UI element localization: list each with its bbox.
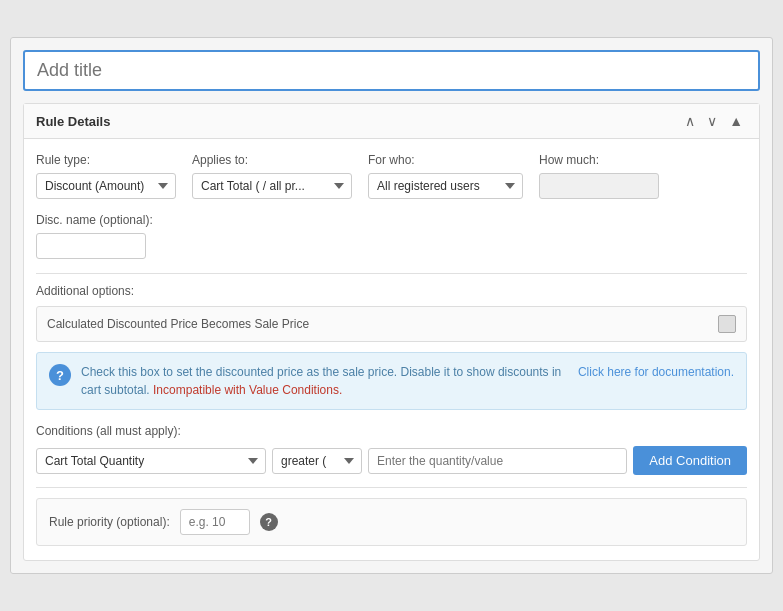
panel-up-button[interactable]: ∧ <box>681 112 699 130</box>
applies-to-select[interactable]: Cart Total ( / all pr... <box>192 173 352 199</box>
condition-value-input[interactable] <box>368 448 627 474</box>
for-who-select[interactable]: All registered users <box>368 173 523 199</box>
main-container: Rule Details ∧ ∨ ▲ Rule type: Discount (… <box>10 37 773 574</box>
applies-to-group: Applies to: Cart Total ( / all pr... <box>192 153 352 199</box>
priority-label: Rule priority (optional): <box>49 515 170 529</box>
add-condition-button[interactable]: Add Condition <box>633 446 747 475</box>
title-input[interactable] <box>23 50 760 91</box>
how-much-group: How much: <box>539 153 659 199</box>
checkbox-row[interactable]: Calculated Discounted Price Becomes Sale… <box>36 306 747 342</box>
divider-2 <box>36 487 747 488</box>
disc-name-input[interactable] <box>36 233 146 259</box>
panel-expand-button[interactable]: ▲ <box>725 112 747 130</box>
disc-name-label: Disc. name (optional): <box>36 213 153 227</box>
disc-name-group: Disc. name (optional): <box>36 213 153 259</box>
info-box: ? Check this box to set the discounted p… <box>36 352 747 410</box>
info-text: Check this box to set the discounted pri… <box>81 363 568 399</box>
info-text-incompatible: Incompatible with Value Conditions. <box>150 383 343 397</box>
for-who-label: For who: <box>368 153 523 167</box>
how-much-label: How much: <box>539 153 659 167</box>
additional-options-label: Additional options: <box>36 284 747 298</box>
panel-title: Rule Details <box>36 114 110 129</box>
rule-details-panel: Rule Details ∧ ∨ ▲ Rule type: Discount (… <box>23 103 760 561</box>
panel-down-button[interactable]: ∨ <box>703 112 721 130</box>
rule-type-row: Rule type: Discount (Amount) Applies to:… <box>36 153 747 199</box>
checkbox-label-text: Calculated Discounted Price Becomes Sale… <box>47 317 309 331</box>
panel-controls: ∧ ∨ ▲ <box>681 112 747 130</box>
for-who-group: For who: All registered users <box>368 153 523 199</box>
panel-body: Rule type: Discount (Amount) Applies to:… <box>24 139 759 560</box>
conditions-section: Conditions (all must apply): Cart Total … <box>36 424 747 475</box>
panel-header: Rule Details ∧ ∨ ▲ <box>24 104 759 139</box>
priority-input[interactable] <box>180 509 250 535</box>
additional-options-section: Additional options: Calculated Discounte… <box>36 284 747 410</box>
conditions-row: Cart Total Quantity Cart Total Cart Subt… <box>36 446 747 475</box>
rule-type-select[interactable]: Discount (Amount) <box>36 173 176 199</box>
priority-row: Rule priority (optional): ? <box>36 498 747 546</box>
condition-type-select[interactable]: Cart Total Quantity Cart Total Cart Subt… <box>36 448 266 474</box>
applies-to-label: Applies to: <box>192 153 352 167</box>
info-icon: ? <box>49 364 71 386</box>
conditions-label: Conditions (all must apply): <box>36 424 747 438</box>
checkbox-square[interactable] <box>718 315 736 333</box>
how-much-input[interactable] <box>539 173 659 199</box>
condition-operator-select[interactable]: greater ( less than equal to <box>272 448 362 474</box>
rule-type-label: Rule type: <box>36 153 176 167</box>
info-link[interactable]: Click here for documentation. <box>578 363 734 381</box>
help-icon[interactable]: ? <box>260 513 278 531</box>
rule-type-group: Rule type: Discount (Amount) <box>36 153 176 199</box>
disc-name-row: Disc. name (optional): <box>36 213 747 259</box>
divider-1 <box>36 273 747 274</box>
